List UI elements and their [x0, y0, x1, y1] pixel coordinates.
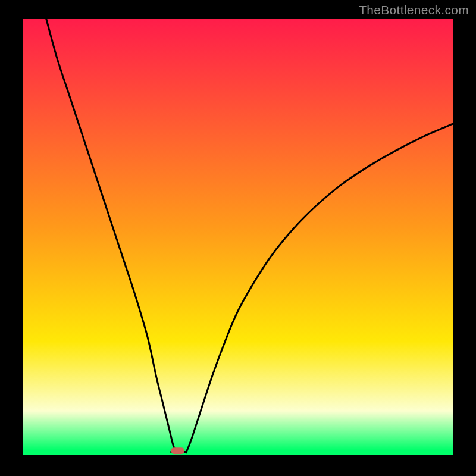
bottleneck-chart [0, 0, 476, 476]
chart-container: TheBottleneck.com [0, 0, 476, 476]
plot-area [23, 19, 453, 455]
optimal-point-marker [171, 447, 184, 454]
watermark-label: TheBottleneck.com [359, 3, 469, 17]
